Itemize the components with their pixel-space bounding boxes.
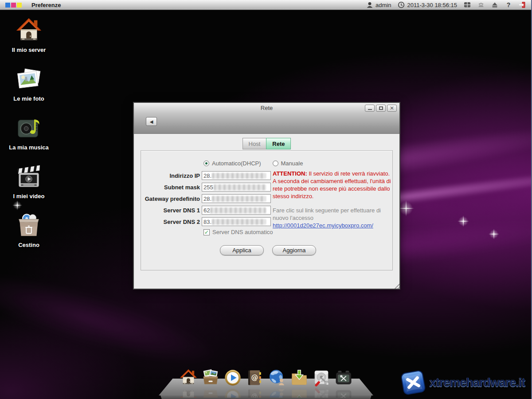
desktop-icon-my-music[interactable]: La mia musica [4,114,54,163]
dns-auto-checkbox[interactable]: ✓ [203,229,210,235]
photos-icon [15,66,43,93]
desktop-icon-label: Cestino [4,242,54,248]
radio-manual[interactable] [273,160,278,166]
redacted-value [210,207,266,213]
network-dialog: Rete ✕ ◀ Host Rete Automatico(DHCP) [133,102,400,289]
close-icon: ✕ [390,106,394,111]
dock-item-network-share[interactable] [267,368,287,398]
logo-square-pink [11,3,16,8]
tab-rete[interactable]: Rete [266,138,291,149]
ip-address-value: 28. [203,172,211,179]
svg-text:?: ? [507,1,511,8]
icon-reflection [246,387,264,398]
dock-item-downloads[interactable] [289,368,309,398]
desktop-icon-list: Il mio server Le mie foto La mia musica … [4,17,54,261]
user-indicator: admin [366,1,391,8]
apply-button[interactable]: Applica [220,245,264,255]
icon-reflection [223,387,242,398]
maximize-button[interactable] [376,105,386,112]
home-icon [15,17,43,44]
windows-grid-icon[interactable] [464,1,471,8]
default-gateway-value: 28. [203,196,211,202]
reconnect-link[interactable]: http://0001d20e27ec.myicyboxpro.com/ [273,222,373,229]
minimize-button[interactable] [365,105,375,112]
attention-title: ATTENTION: [273,170,307,177]
attention-note: Fare clic sul link seguente per effettua… [273,207,393,222]
desktop-icon-my-photos[interactable]: Le mie foto [4,66,54,114]
dock [159,375,373,399]
workgroup-icon[interactable] [477,1,485,8]
brand-logo [5,3,22,8]
logo-square-blue [5,3,10,8]
photos-box-icon [201,368,220,387]
help-icon[interactable]: ? [505,1,512,8]
field-row-subnet: Subnet mask 255 [141,183,271,192]
attention-panel: ATTENTION: Il servizio di rete verrà ria… [273,170,393,229]
eject-icon[interactable] [491,1,498,8]
icon-reflection [179,387,198,398]
wallpaper-sparkle [398,200,414,216]
contacts-icon [246,368,264,387]
desktop-icon-label: La mia musica [4,144,54,151]
checkmark-icon: ✓ [204,230,209,235]
dns2-label: Server DNS 2 [141,219,200,225]
network-share-icon [268,368,286,387]
menu-preferences[interactable]: Preferenze [31,2,61,8]
icon-reflection [268,387,286,398]
user-icon [366,1,373,8]
radio-dhcp-label: Automatico(DHCP) [212,160,261,167]
dock-item-media-player[interactable] [223,368,243,398]
window-header[interactable]: Rete ✕ ◀ [134,103,399,134]
dns2-input[interactable]: 83. [202,217,271,226]
radio-dhcp[interactable] [203,160,209,166]
field-row-dns1: Server DNS 1 62 [141,206,271,215]
default-gateway-input[interactable]: 28. [202,194,271,203]
minimize-glyph [368,109,372,110]
resize-grip[interactable] [393,282,399,289]
icon-reflection [312,387,331,398]
menubar-status-area: admin 2011-3-30 18:56:15 [366,1,526,8]
tab-host[interactable]: Host [243,138,266,149]
redacted-value [212,219,266,225]
ip-address-input[interactable]: 28. [202,171,271,180]
clock-indicator: 2011-3-30 18:56:15 [398,1,457,8]
refresh-button[interactable]: Aggiorna [272,245,316,255]
logout-icon[interactable] [519,1,526,8]
watermark: xtremehardware.it [402,371,525,394]
clock-icon [398,1,405,8]
back-arrow-icon: ◀ [150,119,153,124]
dns1-input[interactable]: 62 [202,206,271,215]
menubar: Preferenze admin 2011-3-30 18:56:15 [0,0,531,11]
trash-icon [15,212,43,239]
dock-item-photos[interactable] [201,368,220,398]
dock-item-home[interactable] [179,368,198,398]
close-button[interactable]: ✕ [387,105,397,112]
desktop-icon-my-videos[interactable]: I miei video [4,163,54,212]
logo-square-yellow [17,3,22,8]
tab-bar: Host Rete [243,138,291,149]
dock-item-list [179,368,353,398]
icon-reflection [290,387,309,398]
desktop-icon-my-server[interactable]: Il mio server [4,17,54,66]
ip-address-label: Indirizzo IP [141,172,200,179]
xtremehardware-logo-icon [400,369,426,396]
window-controls: ✕ [365,105,397,112]
field-row-ip: Indirizzo IP 28. [141,171,271,180]
desktop-icon-trash[interactable]: Cestino [4,212,54,261]
icon-reflection [334,387,353,398]
dock-item-contacts[interactable] [245,368,265,398]
dock-item-disk-utility[interactable] [312,368,331,398]
watermark-text: xtremehardware.it [429,376,525,390]
username-label: admin [376,2,391,8]
back-button[interactable]: ◀ [146,117,157,126]
disk-utility-icon [312,368,331,387]
network-settings-group: Automatico(DHCP) Manuale Indirizzo IP 28… [141,150,393,270]
subnet-mask-input[interactable]: 255 [202,183,271,192]
wallpaper-sparkle [458,215,469,227]
music-icon [15,114,43,142]
download-folder-icon [290,368,309,387]
dns-auto-label: Server DNS automatico [212,229,273,235]
window-title: Rete [134,103,399,111]
dock-item-toolbox[interactable] [334,368,353,398]
radio-manual-label: Manuale [281,160,303,167]
